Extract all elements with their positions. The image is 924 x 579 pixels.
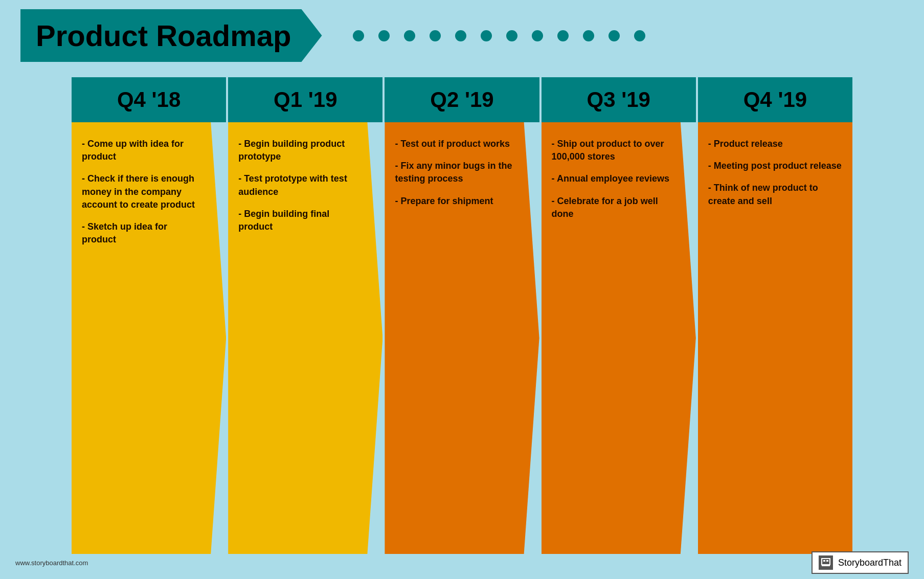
- quarter-body-q4-19: - Product release- Meeting post product …: [698, 122, 852, 554]
- quarter-column-q4-18: Q4 '18- Come up with idea for product- C…: [72, 77, 226, 554]
- svg-rect-1: [823, 560, 825, 562]
- svg-rect-2: [826, 560, 828, 562]
- quarter-item: - Test prototype with test audience: [238, 172, 357, 198]
- quarter-label-q2-19: Q2 '19: [390, 87, 534, 112]
- header-dot: [506, 30, 517, 41]
- page-title: Product Roadmap: [36, 18, 291, 53]
- quarter-header-q1-19: Q1 '19: [228, 77, 382, 122]
- quarter-item: - Come up with idea for product: [82, 138, 200, 163]
- svg-rect-0: [822, 559, 830, 565]
- quarter-item: - Celebrate for a job well done: [552, 195, 670, 220]
- quarter-item: - Think of new product to create and sel…: [708, 182, 842, 207]
- quarter-body-q3-19: - Ship out product to over 100,000 store…: [542, 122, 696, 554]
- header-dot: [609, 30, 620, 41]
- quarter-item: - Ship out product to over 100,000 store…: [552, 138, 670, 163]
- footer-website: www.storyboardthat.com: [15, 559, 88, 567]
- quarter-label-q4-19: Q4 '19: [703, 87, 847, 112]
- header-dot: [583, 30, 594, 41]
- roadmap: Q4 '18- Come up with idea for product- C…: [0, 67, 924, 564]
- quarter-label-q3-19: Q3 '19: [547, 87, 691, 112]
- header-dot: [430, 30, 441, 41]
- header: Product Roadmap: [0, 0, 924, 67]
- title-banner: Product Roadmap: [20, 9, 322, 62]
- footer-brand-container: StoryboardThat: [812, 551, 909, 574]
- header-dot: [481, 30, 492, 41]
- header-dot: [455, 30, 466, 41]
- quarter-item: - Sketch up idea for product: [82, 220, 200, 246]
- quarter-item: - Meeting post product release: [708, 160, 842, 172]
- quarter-header-q4-18: Q4 '18: [72, 77, 226, 122]
- header-dot: [634, 30, 645, 41]
- quarter-header-q2-19: Q2 '19: [385, 77, 539, 122]
- header-dot: [378, 30, 390, 41]
- quarter-column-q4-19: Q4 '19- Product release- Meeting post pr…: [698, 77, 852, 554]
- quarter-column-q2-19: Q2 '19- Test out if product works- Fix a…: [385, 77, 539, 554]
- header-dot: [353, 30, 364, 41]
- header-dot: [404, 30, 415, 41]
- quarter-body-q2-19: - Test out if product works- Fix any min…: [385, 122, 539, 554]
- quarter-column-q3-19: Q3 '19- Ship out product to over 100,000…: [542, 77, 696, 554]
- header-dot: [557, 30, 569, 41]
- dots-container: [353, 30, 645, 41]
- quarter-label-q4-18: Q4 '18: [77, 87, 221, 112]
- quarter-header-q3-19: Q3 '19: [542, 77, 696, 122]
- quarter-label-q1-19: Q1 '19: [233, 87, 377, 112]
- quarter-header-q4-19: Q4 '19: [698, 77, 852, 122]
- quarter-item: - Fix any minor bugs in the testing proc…: [395, 160, 513, 185]
- quarter-item: - Begin building final product: [238, 208, 357, 233]
- header-dot: [532, 30, 543, 41]
- footer-brand-text: StoryboardThat: [838, 558, 902, 568]
- footer: www.storyboardthat.com StoryboardThat: [0, 551, 924, 574]
- quarter-item: - Prepare for shipment: [395, 195, 513, 208]
- quarter-item: - Test out if product works: [395, 138, 513, 150]
- quarter-item: - Begin building product prototype: [238, 138, 357, 163]
- quarter-column-q1-19: Q1 '19- Begin building product prototype…: [228, 77, 382, 554]
- storyboardthat-logo-icon: [819, 555, 833, 570]
- quarter-body-q1-19: - Begin building product prototype- Test…: [228, 122, 382, 554]
- quarter-body-q4-18: - Come up with idea for product- Check i…: [72, 122, 226, 554]
- quarter-item: - Annual employee reviews: [552, 172, 670, 185]
- quarter-item: - Check if there is enough money in the …: [82, 172, 200, 211]
- quarter-item: - Product release: [708, 138, 842, 150]
